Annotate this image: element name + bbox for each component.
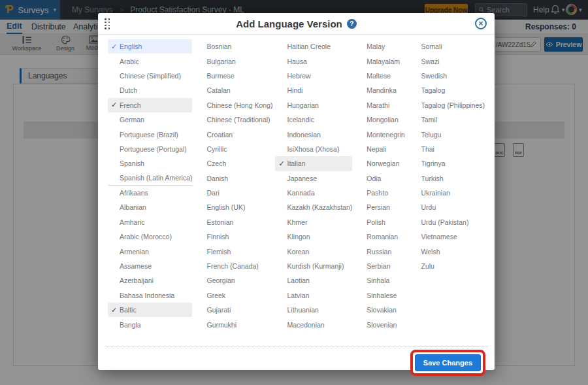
language-option[interactable]: Russian xyxy=(355,244,406,258)
language-option[interactable]: Slovakian xyxy=(355,303,406,317)
language-option[interactable]: Mandinka xyxy=(355,83,406,97)
language-option[interactable]: Danish xyxy=(195,171,272,186)
language-option[interactable]: Klingon xyxy=(275,229,352,244)
language-option[interactable]: Flemish xyxy=(195,244,272,258)
language-option[interactable]: Sinhalese xyxy=(355,288,406,303)
language-option[interactable]: Portuguese (Brazil) xyxy=(108,127,192,141)
language-option[interactable]: ✓Baltic xyxy=(108,303,192,317)
language-option[interactable]: English (UK) xyxy=(195,200,272,214)
language-option[interactable]: French (Canada) xyxy=(195,259,272,273)
language-option[interactable]: Maltese xyxy=(355,69,406,83)
language-option[interactable]: Chinese (Simplified) xyxy=(108,69,192,83)
language-option[interactable]: Kurdish (Kurmanji) xyxy=(275,259,352,273)
language-option[interactable]: Marathi xyxy=(355,98,406,112)
language-option[interactable]: Mongolian xyxy=(355,112,406,127)
language-option[interactable]: Armenian xyxy=(108,244,192,258)
language-option[interactable]: Portuguese (Portugal) xyxy=(108,142,192,156)
close-icon[interactable]: × xyxy=(475,18,487,29)
language-option[interactable]: Catalan xyxy=(195,83,272,97)
language-option[interactable]: Hindi xyxy=(275,83,352,97)
language-option[interactable]: Bosnian xyxy=(195,39,272,54)
language-option[interactable]: Welsh xyxy=(410,244,485,258)
language-option[interactable]: ✓French xyxy=(108,98,192,112)
language-option[interactable]: Haitian Creole xyxy=(275,39,352,54)
language-option[interactable]: Telugu xyxy=(410,127,485,141)
language-option[interactable]: Dari xyxy=(195,186,272,200)
language-option[interactable]: Pashto xyxy=(355,186,406,200)
language-option[interactable]: Swazi xyxy=(410,54,485,68)
language-option[interactable]: Sinhala xyxy=(355,273,406,288)
language-option[interactable]: Croatian xyxy=(195,127,272,141)
language-option[interactable]: Vietnamese xyxy=(410,229,485,244)
language-option[interactable]: Japanese xyxy=(275,171,352,186)
language-option[interactable]: Albanian xyxy=(108,200,192,214)
language-option[interactable]: Zulu xyxy=(410,259,485,273)
language-label: Polish xyxy=(367,218,385,226)
language-option[interactable]: Malayalam xyxy=(355,54,406,68)
language-option[interactable]: Greek xyxy=(195,288,272,303)
language-option[interactable]: Serbian xyxy=(355,259,406,273)
language-option[interactable]: Hebrew xyxy=(275,69,352,83)
language-option[interactable]: Dutch xyxy=(108,83,192,97)
language-option[interactable]: Bangla xyxy=(108,317,192,331)
language-option[interactable]: German xyxy=(108,112,192,127)
language-option[interactable]: Chinese (Hong Kong) xyxy=(195,98,272,112)
language-option[interactable]: Spanish (Latin America) xyxy=(108,171,192,186)
language-option[interactable]: Thai xyxy=(410,142,485,156)
language-option[interactable]: Kannada xyxy=(275,186,352,200)
language-option[interactable]: Macedonian xyxy=(275,317,352,331)
language-option[interactable]: IsiXhosa (Xhosa) xyxy=(275,142,352,156)
language-option[interactable]: Swedish xyxy=(410,69,485,83)
language-option[interactable]: Arabic (Morocco) xyxy=(108,229,192,244)
language-option[interactable]: Kazakh (Kazakhstan) xyxy=(275,200,352,214)
language-option[interactable]: Czech xyxy=(195,156,272,171)
help-badge-icon[interactable]: ? xyxy=(347,19,357,29)
language-option[interactable]: Indonesian xyxy=(275,127,352,141)
language-option[interactable]: Malay xyxy=(355,39,406,54)
language-option[interactable]: Azerbaijani xyxy=(108,273,192,288)
language-option[interactable]: ✓English xyxy=(108,39,192,54)
language-option[interactable]: Bahasa Indonesia xyxy=(108,288,192,303)
language-option[interactable]: Polish xyxy=(355,215,406,229)
language-option[interactable]: Urdu xyxy=(410,200,485,214)
language-option[interactable]: Cyrillic xyxy=(195,142,272,156)
language-option[interactable]: Slovenian xyxy=(355,317,406,331)
language-option[interactable]: Urdu (Pakistan) xyxy=(410,215,485,229)
language-option[interactable]: Afrikaans xyxy=(108,186,192,200)
language-option[interactable]: Tagalog (Philippines) xyxy=(410,98,485,112)
language-option[interactable]: Lithuanian xyxy=(275,303,352,317)
language-option[interactable]: Khmer xyxy=(275,215,352,229)
language-option[interactable]: Gujarati xyxy=(195,303,272,317)
language-option[interactable]: Chinese (Traditional) xyxy=(195,112,272,127)
language-option[interactable]: Montenegrin xyxy=(355,127,406,141)
language-option[interactable]: Tigrinya xyxy=(410,156,485,171)
language-option[interactable]: Gurmukhi xyxy=(195,317,272,331)
language-option[interactable]: Laotian xyxy=(275,273,352,288)
language-option[interactable]: Korean xyxy=(275,244,352,258)
language-option[interactable]: Nepali xyxy=(355,142,406,156)
language-option[interactable]: Tagalog xyxy=(410,83,485,97)
language-option[interactable]: Tamil xyxy=(410,112,485,127)
language-option[interactable]: Finnish xyxy=(195,229,272,244)
language-option[interactable]: Estonian xyxy=(195,215,272,229)
language-option[interactable]: Bulgarian xyxy=(195,54,272,68)
language-option[interactable]: Norwegian xyxy=(355,156,406,171)
language-option[interactable]: Turkish xyxy=(410,171,485,186)
language-option[interactable]: Icelandic xyxy=(275,112,352,127)
language-option[interactable]: Spanish xyxy=(108,156,192,171)
language-option[interactable]: Somali xyxy=(410,39,485,54)
language-option[interactable]: Hausa xyxy=(275,54,352,68)
language-option[interactable]: Arabic xyxy=(108,54,192,68)
language-option[interactable]: Assamese xyxy=(108,259,192,273)
save-changes-button[interactable]: Save Changes xyxy=(415,354,481,371)
language-option[interactable]: Georgian xyxy=(195,273,272,288)
language-option[interactable]: Odia xyxy=(355,171,406,186)
language-option[interactable]: Ukrainian xyxy=(410,186,485,200)
language-option[interactable]: Burmese xyxy=(195,69,272,83)
language-option[interactable]: Romanian xyxy=(355,229,406,244)
language-option[interactable]: Persian xyxy=(355,200,406,214)
language-option[interactable]: Amharic xyxy=(108,215,192,229)
language-option[interactable]: Hungarian xyxy=(275,98,352,112)
language-option[interactable]: ✓Italian xyxy=(275,156,352,171)
language-option[interactable]: Latvian xyxy=(275,288,352,303)
